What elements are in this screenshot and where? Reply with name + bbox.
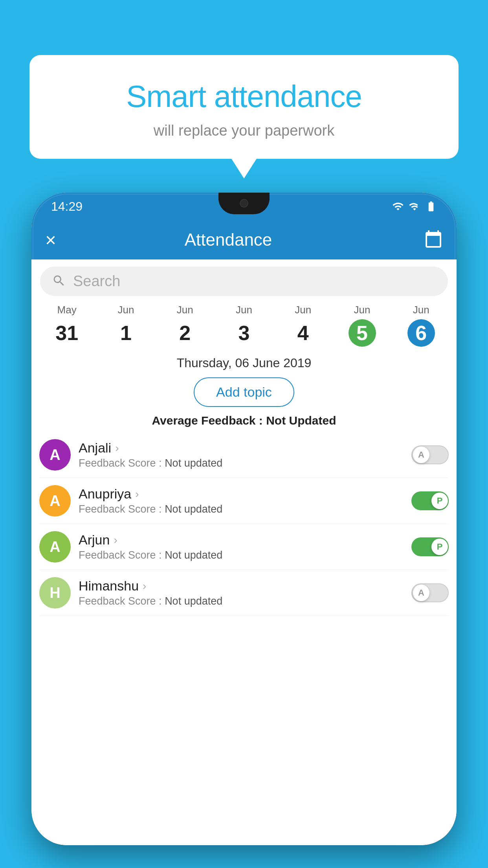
chevron-icon: › [143,580,146,592]
student-feedback: Feedback Score : Not updated [79,503,404,515]
student-name: Anjali › [79,440,404,456]
screen: 14:29 × Attendance [31,193,457,845]
student-feedback: Feedback Score : Not updated [79,549,404,561]
app-content: Search May31Jun1Jun2Jun3Jun4Jun5Jun6 Thu… [31,259,457,845]
bubble-title: Smart attendance [49,79,439,114]
status-time: 14:29 [51,199,83,214]
calendar-day-2[interactable]: Jun2 [156,304,215,347]
student-item-anjali[interactable]: AAnjali ›Feedback Score : Not updatedA [39,432,449,478]
calendar-day-1[interactable]: Jun1 [96,304,155,347]
selected-date-label: Thursday, 06 June 2019 [31,356,457,370]
notch [218,193,270,214]
phone-frame: 14:29 × Attendance [31,193,457,845]
front-camera [240,199,248,208]
status-icons [392,200,437,212]
feedback-value: Not updated [165,549,222,561]
battery-icon [425,200,437,212]
app-bar: × Attendance [31,220,457,259]
avg-feedback: Average Feedback : Not Updated [31,414,457,427]
attendance-toggle[interactable]: P [411,537,449,556]
attendance-toggle[interactable]: A [411,583,449,602]
calendar-icon-button[interactable] [424,230,443,250]
close-button[interactable]: × [45,229,56,251]
app-title: Attendance [68,230,389,250]
student-item-anupriya[interactable]: AAnupriya ›Feedback Score : Not updatedP [39,478,449,524]
student-name: Arjun › [79,532,404,548]
avg-feedback-label: Average Feedback : [152,414,266,427]
phone-container: 14:29 × Attendance [31,193,457,868]
feedback-value: Not updated [165,503,222,515]
search-icon [52,274,66,289]
signal-icon [409,200,420,212]
speech-bubble: Smart attendance will replace your paper… [29,55,459,159]
chevron-icon: › [115,442,119,454]
student-item-himanshu[interactable]: HHimanshu ›Feedback Score : Not updatedA [39,570,449,616]
toggle-knob: A [413,447,429,463]
student-item-arjun[interactable]: AArjun ›Feedback Score : Not updatedP [39,524,449,570]
wifi-icon [392,200,404,212]
toggle-knob: A [413,585,429,601]
student-avatar: H [39,577,71,609]
attendance-toggle[interactable]: A [411,445,449,464]
chevron-icon: › [135,488,139,500]
student-avatar: A [39,439,71,471]
student-info: Anupriya ›Feedback Score : Not updated [79,486,404,515]
calendar-day-4[interactable]: Jun4 [273,304,332,347]
toggle-knob: P [431,493,448,509]
student-name: Anupriya › [79,486,404,502]
calendar-day-5[interactable]: Jun5 [332,304,391,347]
student-list: AAnjali ›Feedback Score : Not updatedAAA… [31,432,457,616]
student-info: Himanshu ›Feedback Score : Not updated [79,578,404,607]
calendar-day-3[interactable]: Jun3 [215,304,273,347]
calendar-day-6[interactable]: Jun6 [392,304,451,347]
bubble-subtitle: will replace your paperwork [49,122,439,139]
chevron-icon: › [114,534,117,546]
student-avatar: A [39,531,71,563]
student-info: Arjun ›Feedback Score : Not updated [79,532,404,561]
speech-bubble-container: Smart attendance will replace your paper… [29,55,459,159]
calendar-day-31[interactable]: May31 [37,304,96,347]
avg-feedback-value: Not Updated [266,414,336,427]
calendar-strip: May31Jun1Jun2Jun3Jun4Jun5Jun6 [31,296,457,349]
search-placeholder: Search [73,273,120,290]
attendance-toggle[interactable]: P [411,491,449,510]
student-name: Himanshu › [79,578,404,594]
toggle-knob: P [431,539,448,555]
feedback-value: Not updated [165,595,222,607]
add-topic-button[interactable]: Add topic [194,377,294,407]
search-bar[interactable]: Search [40,267,448,296]
student-feedback: Feedback Score : Not updated [79,595,404,607]
feedback-value: Not updated [165,457,222,469]
student-feedback: Feedback Score : Not updated [79,457,404,469]
student-avatar: A [39,485,71,517]
student-info: Anjali ›Feedback Score : Not updated [79,440,404,469]
